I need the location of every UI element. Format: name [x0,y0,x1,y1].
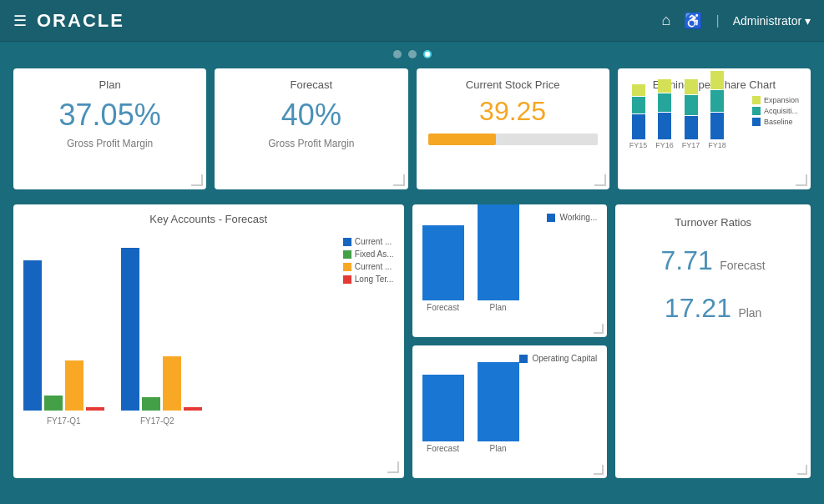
oc-forecast-bar: Forecast [422,375,464,453]
header: ☰ ORACLE ⌂ ♿ | Administrator ▾ [0,0,824,42]
plan-subtitle: Gross Profit Margin [25,138,195,149]
header-right: ⌂ ♿ | Administrator ▾ [662,12,811,30]
forecast-subtitle: Gross Profit Margin [226,138,396,149]
turnover-plan-row: 17.21 Plan [627,293,799,324]
home-icon[interactable]: ⌂ [662,12,671,29]
page-dot-3[interactable] [423,50,432,58]
ka-bar-currliab-q2 [163,356,181,411]
oc-forecast-label: Forecast [427,444,459,453]
key-accounts-group-q2 [121,248,202,411]
page-indicator [0,42,824,65]
help-icon[interactable]: ♿ [684,12,702,30]
turnover-forecast-value: 7.71 [661,245,713,275]
wc-top-legend: Working... [547,213,597,222]
ka-legend-currliab-label: Current ... [355,262,392,271]
card-corner-expand[interactable] [594,465,604,475]
key-accounts-title: Key Accounts - Forecast [23,213,394,225]
ka-label-q2: FY17-Q2 [140,416,174,426]
forecast-card-title: Forecast [226,78,396,91]
earnings-bar-fy18: FY18 [708,71,726,149]
forecast-card: Forecast 40% Gross Profit Margin [215,68,407,189]
stock-price-bar [428,134,598,145]
ka-bar-longterm-q1 [86,407,104,411]
page-dot-2[interactable] [408,50,417,58]
turnover-ratios-card: Turnover Ratios 7.71 Forecast 17.21 Plan [615,204,811,478]
earnings-legend: Expansion Acquisiti... Baseline [752,96,799,126]
ka-legend-longterm-label: Long Ter... [355,275,394,284]
turnover-plan-value: 17.21 [665,293,731,323]
ka-bar-fixed-q2 [142,397,160,411]
ka-legend-fixed-color [343,250,351,259]
legend-expansion-label: Expansion [764,96,799,104]
earnings-bar-fy16: FY16 [655,79,674,149]
turnover-forecast-row: 7.71 Forecast [627,245,799,276]
stock-card-title: Current Stock Price [428,78,598,91]
ka-legend-fixed-label: Fixed As... [355,249,394,259]
card-corner-expand[interactable] [594,174,606,186]
stock-price-card: Current Stock Price 39.25 [417,68,609,189]
ka-legend-current-label: Current ... [355,237,392,246]
ka-bar-currliab-q1 [65,360,83,411]
ka-label-q1: FY17-Q1 [47,416,81,426]
legend-acquisition-label: Acquisiti... [764,107,798,115]
legend-baseline-label: Baseline [764,118,793,126]
oc-legend: Operating Capital [519,354,597,363]
operating-capital-card: Forecast Plan Operating Capital [412,345,608,478]
plan-card-title: Plan [25,78,195,91]
dashboard-top-row: Plan 37.05% Gross Profit Margin Forecast… [0,65,824,204]
oc-plan-bar: Plan [478,362,519,453]
card-corner-expand[interactable] [393,174,405,186]
plan-value: 37.05% [25,98,195,133]
ka-legend-current-color [343,238,351,246]
oc-legend-label: Operating Capital [532,354,597,363]
ka-bar-current-q1 [23,260,42,411]
working-capital-column: Forecast Plan Working... Forecast [412,204,608,478]
earnings-bar-fy15: FY15 [629,84,648,149]
key-accounts-group-q1 [23,260,104,411]
card-corner-expand[interactable] [387,461,399,473]
page-dot-1[interactable] [393,50,402,58]
ka-legend-currliab-color [343,263,351,271]
card-corner-expand[interactable] [191,174,203,186]
ka-bar-fixed-q1 [44,396,63,411]
oc-legend-color [519,355,528,363]
hamburger-menu-icon[interactable]: ☰ [13,12,27,30]
wc-top-legend-label: Working... [559,213,597,222]
admin-dropdown[interactable]: Administrator ▾ [733,14,811,28]
card-corner-expand[interactable] [796,174,807,186]
card-corner-expand[interactable] [797,465,807,475]
forecast-value: 40% [226,98,396,133]
ka-legend-longterm-color [343,275,351,284]
wc-plan-label: Plan [489,303,506,312]
stock-price-bar-fill [428,134,496,145]
working-capital-top-card: Forecast Plan Working... [412,204,608,337]
ka-bar-current-q2 [121,248,139,411]
ka-bar-longterm-q2 [184,407,202,411]
key-accounts-legend: Current ... Fixed As... Current ... Long… [343,237,394,284]
dashboard-bottom-row: Key Accounts - Forecast FY17-Q1 FY17-Q2 [0,204,824,455]
legend-expansion-color [752,96,761,104]
stock-price-value: 39.25 [428,96,598,127]
earnings-card: Earnings per Share Chart FY15 [618,68,811,189]
key-accounts-card: Key Accounts - Forecast FY17-Q1 FY17-Q2 [13,204,404,478]
earnings-bar-fy17: FY17 [682,79,700,149]
oc-plan-label: Plan [489,444,506,453]
wc-top-legend-color [547,214,555,222]
turnover-card-title: Turnover Ratios [627,216,799,229]
turnover-plan-label: Plan [738,306,761,320]
wc-plan-bar: Plan [478,204,519,312]
card-corner-expand[interactable] [594,324,604,334]
legend-acquisition-color [752,107,761,115]
legend-baseline-color [752,118,761,126]
plan-card: Plan 37.05% Gross Profit Margin [13,68,206,189]
oracle-logo: ORACLE [37,10,124,32]
wc-forecast-label: Forecast [427,303,459,312]
header-left: ☰ ORACLE [13,10,124,32]
header-divider: | [715,13,719,28]
wc-forecast-bar: Forecast [422,225,464,312]
turnover-forecast-label: Forecast [720,259,765,272]
